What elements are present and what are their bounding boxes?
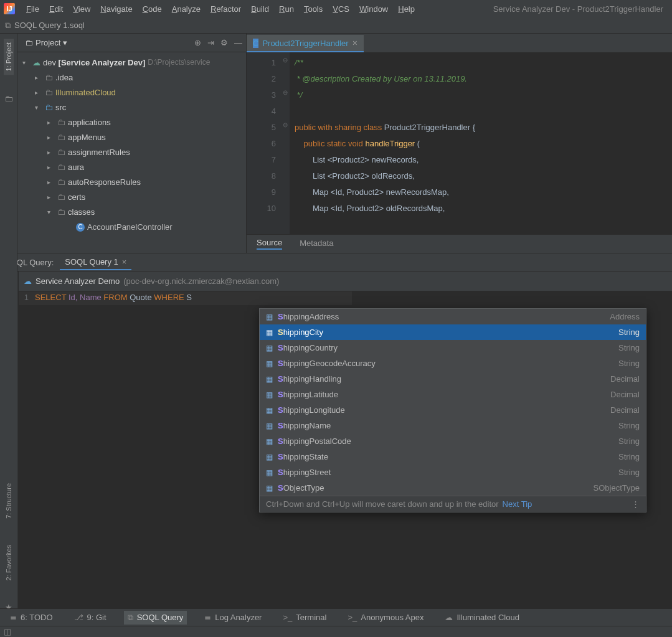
- autocomplete-item[interactable]: ▦ShippingNameString: [260, 418, 646, 433]
- menu-code[interactable]: Code: [138, 2, 167, 16]
- bottom-tab-6-todo[interactable]: ≣6: TODO: [6, 611, 57, 624]
- menu-build[interactable]: Build: [246, 2, 274, 16]
- bottom-tab-soql-query[interactable]: ⧉SOQL Query: [124, 611, 187, 625]
- collapse-icon[interactable]: ⇥: [207, 38, 214, 47]
- connection-selector[interactable]: ☁ Service Analyzer Demo (poc-dev-org.nic…: [19, 271, 672, 291]
- tree-row[interactable]: ▸🗀IlluminatedCloud: [17, 85, 246, 100]
- field-icon: ▦: [266, 313, 273, 321]
- autocomplete-item[interactable]: ▦ShippingLongitudeDecimal: [260, 402, 646, 418]
- folder-icon: 🗀: [25, 38, 33, 47]
- tree-row[interactable]: ▸🗀autoResponseRules: [17, 174, 246, 189]
- app-icon: IJ: [4, 3, 15, 14]
- tree-row[interactable]: ▸🗀applications: [17, 115, 246, 130]
- tab-icon: ≣: [10, 613, 17, 622]
- menu-help[interactable]: Help: [393, 2, 420, 16]
- tree-row[interactable]: CAccountPanelController: [17, 219, 246, 234]
- sidebar-tab-favorites[interactable]: 2: Favorites: [4, 541, 14, 584]
- tab-icon: ☁: [445, 613, 453, 622]
- breadcrumb-file: SOQL Query 1.soql: [14, 21, 85, 30]
- menu-navigate[interactable]: Navigate: [95, 2, 137, 16]
- tree-row[interactable]: ▸🗀certs: [17, 189, 246, 204]
- tab-source[interactable]: Source: [257, 238, 282, 250]
- windows-icon[interactable]: ◫: [4, 627, 11, 636]
- left-gutter: 1: Project 🗀: [0, 34, 17, 253]
- query-file-icon: ⧉: [5, 21, 11, 31]
- tree-row[interactable]: ▾🗀classes: [17, 204, 246, 219]
- autocomplete-hint: Ctrl+Down and Ctrl+Up will move caret do…: [266, 499, 499, 509]
- autocomplete-item[interactable]: ▦ShippingAddressAddress: [260, 309, 646, 324]
- menu-bar: IJ FileEditViewNavigateCodeAnalyzeRefact…: [0, 0, 672, 17]
- bottom-tab-terminal[interactable]: >_Terminal: [279, 611, 330, 624]
- autocomplete-item[interactable]: ▦ShippingHandlingDecimal: [260, 371, 646, 387]
- tab-icon: >_: [283, 613, 292, 622]
- autocomplete-item[interactable]: ▦ShippingPostalCodeString: [260, 433, 646, 449]
- field-icon: ▦: [266, 375, 273, 384]
- tab-icon: ≣: [204, 613, 211, 622]
- field-icon: ▦: [266, 390, 273, 399]
- menu-refactor[interactable]: Refactor: [206, 2, 246, 16]
- field-icon: ▦: [266, 422, 273, 430]
- menu-view[interactable]: View: [68, 2, 95, 16]
- field-icon: ▦: [266, 406, 273, 415]
- class-icon: C: [253, 39, 258, 48]
- left-strip-lower: 7: Structure 2: Favorites ★: [0, 253, 17, 618]
- autocomplete-item[interactable]: ▦ShippingStreetString: [260, 465, 646, 480]
- cloud-icon: ☁: [24, 276, 32, 286]
- menu-file[interactable]: File: [21, 2, 44, 16]
- sidebar-tab-structure[interactable]: 7: Structure: [4, 479, 14, 522]
- tree-row[interactable]: ▸🗀assignmentRules: [17, 144, 246, 159]
- gear-icon[interactable]: ⚙: [220, 38, 228, 47]
- project-tree[interactable]: ▾☁dev [Service Analyzer Dev] D:\Projects…: [17, 52, 246, 253]
- tree-row[interactable]: ▸🗀aura: [17, 159, 246, 174]
- minimize-icon[interactable]: —: [234, 38, 242, 47]
- locate-icon[interactable]: ⊕: [194, 38, 201, 47]
- window-title: Service Analyzer Dev - Product2TriggerHa…: [493, 4, 668, 14]
- bottom-tab-illuminated-cloud[interactable]: ☁Illuminated Cloud: [441, 611, 523, 624]
- menu-edit[interactable]: Edit: [44, 2, 68, 16]
- next-tip-link[interactable]: Next Tip: [503, 499, 532, 509]
- tab-product2triggerhandler[interactable]: C Product2TriggerHandler ×: [247, 35, 364, 52]
- tab-icon: ⧉: [128, 613, 133, 623]
- status-bar: ◫: [0, 626, 672, 637]
- autocomplete-item[interactable]: ▦ShippingCityString: [260, 324, 646, 340]
- menu-tools[interactable]: Tools: [299, 2, 328, 16]
- autocomplete-item[interactable]: ▦ShippingStateString: [260, 449, 646, 465]
- project-tool-window: 🗀 Project ▾ ⊕ ⇥ ⚙ — ▾☁dev [Service Analy…: [17, 34, 247, 253]
- close-icon[interactable]: ×: [122, 257, 127, 267]
- tab-icon: >_: [348, 613, 357, 622]
- project-view-selector[interactable]: 🗀 Project ▾: [21, 37, 71, 49]
- menu-run[interactable]: Run: [274, 2, 299, 16]
- menu-analyze[interactable]: Analyze: [167, 2, 206, 16]
- autocomplete-item[interactable]: ▦ShippingGeocodeAccuracyString: [260, 356, 646, 371]
- field-icon: ▦: [266, 468, 273, 477]
- more-icon[interactable]: ⋮: [632, 499, 640, 509]
- sidebar-tab-project[interactable]: 1: Project: [4, 39, 14, 75]
- close-icon[interactable]: ×: [353, 38, 357, 48]
- soql-tab-query1[interactable]: SOQL Query 1 ×: [60, 255, 131, 270]
- tab-icon: ⎇: [74, 613, 83, 622]
- soql-panel-header: SOQL Query: SOQL Query 1 ×: [0, 253, 672, 271]
- bottom-tab-9-git[interactable]: ⎇9: Git: [70, 611, 110, 624]
- field-icon: ▦: [266, 328, 273, 337]
- editor-tabs: C Product2TriggerHandler ×: [247, 34, 672, 52]
- tab-metadata[interactable]: Metadata: [300, 238, 333, 249]
- tree-row[interactable]: ▸🗀.idea: [17, 70, 246, 85]
- field-icon: ▦: [266, 453, 273, 461]
- menu-window[interactable]: Window: [354, 2, 393, 16]
- field-icon: ▦: [266, 359, 273, 368]
- soql-query-editor[interactable]: 1 SELECT Id, Name FROM Quote WHERE S ▦Sh…: [19, 291, 672, 621]
- bottom-tab-log-analyzer[interactable]: ≣Log Analyzer: [201, 611, 265, 624]
- autocomplete-item[interactable]: ▦SObjectTypeSObjectType: [260, 480, 646, 496]
- autocomplete-item[interactable]: ▦ShippingLatitudeDecimal: [260, 387, 646, 402]
- tree-row[interactable]: ▾☁dev [Service Analyzer Dev] D:\Projects…: [17, 55, 246, 70]
- autocomplete-item[interactable]: ▦ShippingCountryString: [260, 340, 646, 356]
- menu-vcs[interactable]: VCS: [328, 2, 354, 16]
- bottom-tool-bar: ≣6: TODO⎇9: Git⧉SOQL Query≣Log Analyzer>…: [0, 608, 672, 626]
- breadcrumb: ⧉ SOQL Query 1.soql: [0, 17, 672, 34]
- tree-row[interactable]: ▸🗀appMenus: [17, 130, 246, 144]
- bottom-tab-anonymous-apex[interactable]: >_Anonymous Apex: [344, 611, 427, 624]
- folder-icon[interactable]: 🗀: [4, 93, 13, 103]
- tree-row[interactable]: ▾🗀src: [17, 100, 246, 115]
- code-editor[interactable]: 12345678910 ⊖⊖⊖ /** * @description Creat…: [247, 52, 672, 234]
- field-icon: ▦: [266, 437, 273, 446]
